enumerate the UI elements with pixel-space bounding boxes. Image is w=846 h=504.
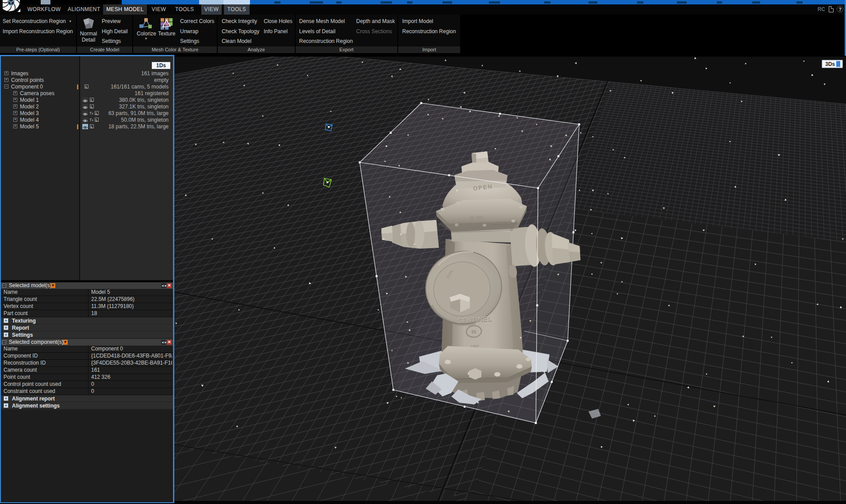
svg-text:3Ds: 3Ds	[825, 61, 835, 67]
